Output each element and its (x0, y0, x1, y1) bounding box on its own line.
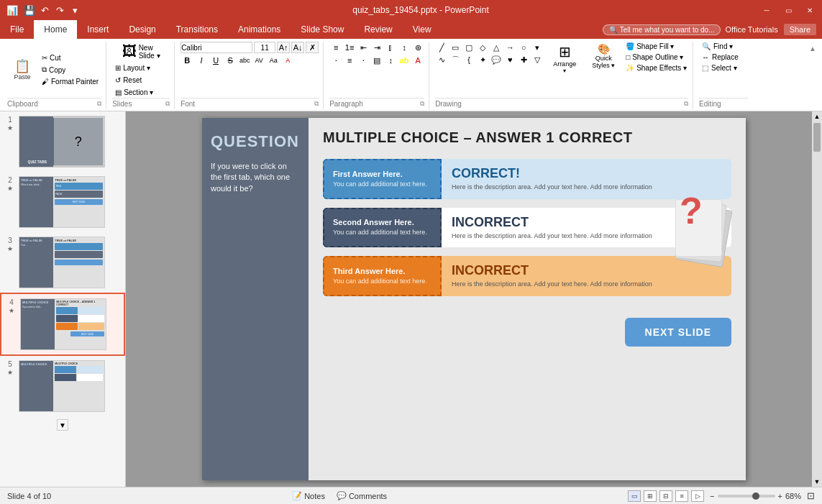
shape-arc[interactable]: ⌒ (449, 54, 462, 65)
close-button[interactable]: ✕ (803, 4, 816, 16)
replace-button[interactable]: ↔ Replace (699, 52, 741, 62)
shape-oval[interactable]: ○ (517, 42, 530, 53)
font-color2-button[interactable]: A (411, 55, 424, 66)
change-case-button[interactable]: Aa (267, 55, 280, 66)
shape-down[interactable]: ▽ (531, 54, 544, 65)
slide-thumb-5[interactable]: 5 ★ MULTIPLE CHOICE MULTIPLE CHOICE (0, 356, 125, 416)
drawing-expand[interactable]: ⧉ (684, 100, 688, 108)
shape-triangle[interactable]: △ (490, 42, 503, 53)
find-button[interactable]: 🔍 Find ▾ (699, 42, 741, 51)
underline-button[interactable]: U (209, 55, 222, 66)
zoom-slider[interactable] (718, 495, 775, 498)
scroll-thumb[interactable] (813, 123, 821, 152)
tab-slideshow[interactable]: Slide Show (291, 20, 354, 39)
scroll-down-arrow[interactable]: ▼ (812, 477, 822, 487)
layout-button[interactable]: ⊞ Layout ▾ (112, 63, 153, 73)
decrease-font-button[interactable]: A↓ (291, 42, 304, 53)
select-button[interactable]: ⬚ Select ▾ (699, 63, 741, 73)
shape-rect[interactable]: ▭ (449, 42, 462, 53)
shadow-button[interactable]: abc (238, 55, 251, 66)
bold-button[interactable]: B (181, 55, 193, 66)
numbering-button[interactable]: 1≡ (343, 42, 356, 53)
notes-view-button[interactable]: ≡ (675, 490, 688, 502)
bullets-button[interactable]: ≡ (329, 42, 342, 53)
shape-round-rect[interactable]: ▢ (462, 42, 475, 53)
increase-indent-button[interactable]: ⇥ (370, 42, 383, 53)
restore-button[interactable]: ▭ (782, 4, 795, 16)
shape-fill-button[interactable]: 🪣 Shape Fill ▾ (624, 42, 688, 51)
tab-insert[interactable]: Insert (77, 20, 119, 39)
shape-diamond[interactable]: ◇ (476, 42, 489, 53)
tab-view[interactable]: View (403, 20, 442, 39)
slides-expand[interactable]: ⧉ (165, 100, 170, 108)
tab-review[interactable]: Review (354, 20, 402, 39)
share-button[interactable]: Share (784, 24, 816, 35)
font-expand[interactable]: ⧉ (314, 100, 319, 108)
slide-thumb-4[interactable]: 4 ★ MULTIPLE CHOICE If you were to click… (0, 293, 125, 356)
slide-thumb-3[interactable]: 3 ★ TRUE or FALSE True... TRUE or FALSE (0, 232, 125, 293)
slide-thumb-2[interactable]: 2 ★ TRUE or FALSE If this is true, which… (0, 172, 125, 232)
vertical-scrollbar[interactable]: ▲ ▼ (812, 111, 822, 487)
highlight-button[interactable]: ab (398, 55, 411, 66)
collapse-ribbon-button[interactable]: ▲ (806, 42, 819, 109)
arrange-button[interactable]: ⊞ Arrange ▾ (547, 42, 583, 75)
zoom-in-button[interactable]: + (778, 492, 782, 500)
font-name-input[interactable] (181, 42, 252, 53)
answer-row-3[interactable]: Third Answer Here. You can add additiona… (323, 256, 731, 296)
zoom-thumb[interactable] (752, 492, 759, 500)
italic-button[interactable]: I (195, 55, 208, 66)
shape-bracket[interactable]: { (462, 54, 475, 65)
normal-view-button[interactable]: ▭ (628, 490, 641, 502)
columns-button[interactable]: ⫿ (384, 42, 397, 53)
align-left-button[interactable]: ⬝ (329, 55, 342, 66)
shape-callout[interactable]: 💬 (490, 54, 503, 65)
next-slide-button[interactable]: NEXT SLIDE (625, 318, 731, 347)
scroll-down-button[interactable]: ▼ (57, 419, 68, 431)
reset-button[interactable]: ↺ Reset (112, 75, 145, 86)
strikethrough-button[interactable]: S (224, 55, 237, 66)
shape-star[interactable]: ✦ (476, 54, 489, 65)
outline-view-button[interactable]: ⊞ (644, 490, 657, 502)
paragraph-expand[interactable]: ⧉ (420, 100, 424, 108)
line-spacing-button[interactable]: ↕ (384, 55, 397, 66)
tell-me-input[interactable]: 🔍 Tell me what you want to do... (603, 24, 721, 35)
reading-view-button[interactable]: ▷ (691, 490, 704, 502)
quick-styles-button[interactable]: 🎨 Quick Styles ▾ (585, 42, 621, 70)
align-right-button[interactable]: ⬝ (357, 55, 370, 66)
tab-home[interactable]: Home (34, 20, 77, 39)
new-slide-button[interactable]: 🖼 NewSlide ▾ (112, 42, 170, 61)
clipboard-expand[interactable]: ⧉ (97, 100, 101, 108)
shape-more[interactable]: ▾ (531, 42, 544, 53)
shape-outline-button[interactable]: □ Shape Outline ▾ (624, 52, 688, 62)
text-direction-button[interactable]: ↕ (398, 42, 411, 53)
notes-button[interactable]: 📝 Notes (292, 491, 325, 500)
shape-effects-button[interactable]: ✨ Shape Effects ▾ (624, 63, 688, 73)
answer-row-2[interactable]: Second Answer Here. You can add addition… (323, 208, 731, 248)
cut-button[interactable]: ✂ Cut (39, 52, 101, 63)
undo-icon[interactable]: ↶ (38, 4, 51, 17)
tab-animations[interactable]: Animations (228, 20, 291, 39)
answer-row-1[interactable]: First Answer Here. You can add additiona… (323, 159, 731, 199)
shape-cross[interactable]: ✚ (517, 54, 530, 65)
save-icon[interactable]: 💾 (23, 4, 36, 17)
customize-icon[interactable]: ▾ (68, 4, 81, 17)
zoom-out-button[interactable]: − (710, 492, 714, 500)
format-painter-button[interactable]: 🖌 Format Painter (39, 76, 101, 87)
copy-button[interactable]: ⧉ Copy (39, 64, 101, 75)
justify-button[interactable]: ▤ (370, 55, 383, 66)
center-button[interactable]: ≡ (343, 55, 356, 66)
font-color-button[interactable]: A (281, 55, 294, 66)
comments-button[interactable]: 💬 Comments (337, 491, 387, 500)
font-size-input[interactable] (254, 42, 275, 53)
smartart-button[interactable]: ⊛ (411, 42, 424, 53)
decrease-indent-button[interactable]: ⇤ (357, 42, 370, 53)
tab-design[interactable]: Design (119, 20, 165, 39)
section-button[interactable]: ▤ Section ▾ (112, 87, 156, 98)
scroll-up-arrow[interactable]: ▲ (812, 111, 822, 122)
shape-heart[interactable]: ♥ (503, 54, 516, 65)
paste-button[interactable]: 📋 Paste (7, 58, 37, 82)
minimize-button[interactable]: ─ (760, 4, 773, 16)
increase-font-button[interactable]: A↑ (277, 42, 290, 53)
char-spacing-button[interactable]: AV (252, 55, 265, 66)
tab-transitions[interactable]: Transitions (166, 20, 228, 39)
